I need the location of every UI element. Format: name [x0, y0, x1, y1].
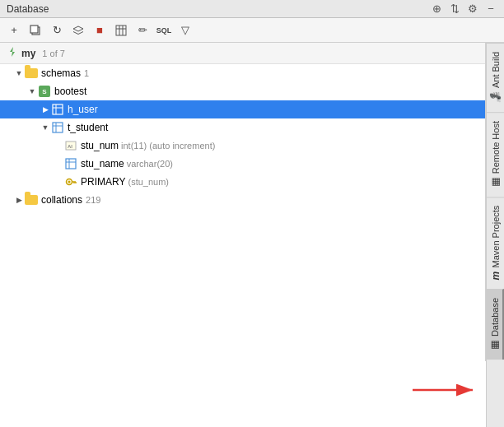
- folder-icon-collations: [25, 193, 38, 207]
- svg-rect-9: [53, 123, 63, 132]
- arrow-collations[interactable]: [13, 194, 25, 206]
- remote-host-label: Remote Host: [491, 121, 501, 174]
- stu-name-detail: varchar(20): [127, 159, 173, 169]
- tree-node-h-user[interactable]: h_user: [0, 100, 485, 118]
- primary-detail: (stu_num): [128, 177, 169, 187]
- svg-text:AI: AI: [68, 144, 72, 149]
- arrow-primary: [53, 176, 64, 188]
- arrow-t-student[interactable]: [40, 122, 51, 133]
- stu-name-label: stu_name: [81, 158, 124, 169]
- col-ai-icon-stu-num: AI: [64, 139, 77, 152]
- table-icon-t-student: [51, 121, 64, 134]
- stu-num-label: stu_num: [81, 140, 119, 151]
- right-side-panels: 🐜 Ant Build ▦ Remote Host m Maven Projec…: [486, 43, 504, 427]
- folder-icon-schemas: [25, 67, 38, 80]
- tree-node-schemas[interactable]: schemas 1: [0, 64, 485, 82]
- arrow-stu-num: [53, 140, 64, 151]
- remote-host-tab[interactable]: ▦ Remote Host: [487, 112, 504, 197]
- stu-num-detail: int(11) (auto increment): [121, 141, 215, 151]
- tree-node-bootest[interactable]: S bootest: [0, 82, 485, 100]
- svg-point-18: [68, 181, 71, 183]
- key-icon-primary: [64, 175, 77, 188]
- split-icon[interactable]: ⇅: [448, 2, 461, 16]
- primary-label: PRIMARY: [81, 176, 125, 188]
- maven-icon: m: [490, 272, 502, 281]
- bootest-label: bootest: [54, 86, 86, 97]
- globe-icon[interactable]: ⊕: [430, 2, 443, 16]
- title-bar-controls: ⊕ ⇅ ⚙ −: [430, 2, 497, 16]
- ant-build-tab[interactable]: 🐜 Ant Build: [487, 43, 504, 112]
- tree-node-primary[interactable]: PRIMARY (stu_num): [0, 173, 485, 191]
- refresh-button[interactable]: ↻: [48, 21, 66, 39]
- arrow-h-user[interactable]: [40, 104, 51, 115]
- arrow-stu-name: [53, 158, 64, 169]
- tree-node-collations[interactable]: collations 219: [0, 191, 485, 209]
- layers-button[interactable]: [69, 21, 87, 39]
- bottom-area: [0, 361, 486, 427]
- tree-header: my 1 of 7: [0, 43, 485, 64]
- toolbar: + ↻ ■ ✏ SQL ▽: [0, 18, 504, 43]
- copy-button[interactable]: [26, 21, 44, 39]
- content-area: my 1 of 7 schemas 1 S: [0, 43, 486, 427]
- remote-host-icon: ▦: [490, 177, 502, 188]
- tree-node-stu-name[interactable]: stu_name varchar(20): [0, 155, 485, 173]
- edit-button[interactable]: ✏: [133, 21, 152, 39]
- svg-rect-14: [66, 159, 76, 169]
- database-tab-icon: ▦: [489, 340, 501, 351]
- arrow-schemas[interactable]: [13, 67, 25, 79]
- arrow-bootest[interactable]: [26, 86, 38, 97]
- tree-header-icon: [7, 46, 18, 60]
- schemas-count: 1: [84, 68, 89, 78]
- title-bar: Database ⊕ ⇅ ⚙ −: [0, 0, 504, 18]
- window-title: Database: [7, 3, 49, 15]
- svg-rect-6: [53, 104, 63, 114]
- add-button[interactable]: +: [5, 21, 23, 39]
- table-view-button[interactable]: [112, 21, 130, 39]
- tree-panel: my 1 of 7 schemas 1 S: [0, 43, 486, 361]
- tree-node-stu-num[interactable]: AI stu_num int(11) (auto increment): [0, 137, 485, 155]
- gear-icon[interactable]: ⚙: [466, 2, 479, 16]
- maven-tab[interactable]: m Maven Projects: [487, 197, 504, 288]
- ant-build-label: Ant Build: [491, 52, 501, 88]
- database-tab[interactable]: ▦ Database: [487, 289, 504, 360]
- tree-node-t-student[interactable]: t_student: [0, 118, 485, 137]
- svg-rect-2: [116, 26, 126, 35]
- main-layout: my 1 of 7 schemas 1 S: [0, 43, 504, 427]
- table-icon-stu-name: [64, 157, 77, 170]
- ant-build-icon: 🐜: [490, 91, 502, 104]
- stop-button[interactable]: ■: [91, 21, 109, 39]
- sql-button[interactable]: SQL: [155, 21, 173, 39]
- maven-label: Maven Projects: [491, 206, 501, 268]
- schema-icon-bootest: S: [38, 85, 51, 98]
- svg-rect-1: [30, 26, 38, 33]
- tree-root-label: my: [21, 48, 35, 59]
- table-icon-h-user: [51, 103, 64, 116]
- minimize-icon[interactable]: −: [484, 2, 497, 16]
- collations-count: 219: [86, 195, 100, 205]
- filter-button[interactable]: ▽: [176, 21, 194, 39]
- tree-counter: 1 of 7: [42, 49, 65, 58]
- collations-label: collations: [41, 194, 82, 206]
- t-student-label: t_student: [68, 122, 108, 133]
- red-arrow: [408, 374, 483, 406]
- schemas-label: schemas: [41, 67, 81, 79]
- database-tab-label: Database: [490, 298, 500, 336]
- h-user-label: h_user: [68, 104, 98, 115]
